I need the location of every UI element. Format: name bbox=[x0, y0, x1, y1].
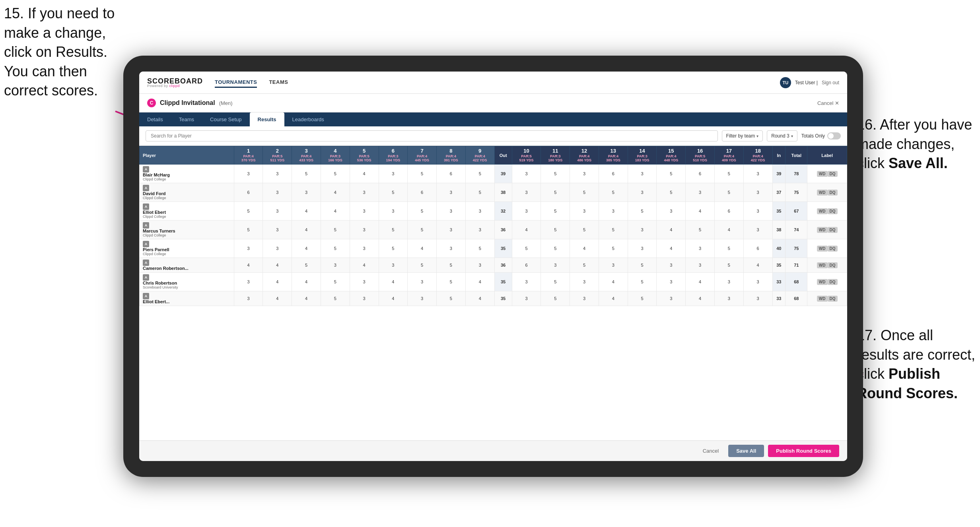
hole-16-score[interactable]: 5 bbox=[686, 221, 715, 239]
hole-15-score[interactable]: 4 bbox=[657, 221, 686, 239]
hole-14-score[interactable]: 5 bbox=[628, 202, 657, 221]
hole-8-score[interactable]: 3 bbox=[437, 239, 466, 258]
hole-17-score[interactable]: 5 bbox=[715, 183, 744, 202]
hole-6-score[interactable]: 5 bbox=[379, 239, 408, 258]
hole-7-score[interactable]: 6 bbox=[408, 183, 437, 202]
hole-11-score[interactable]: 3 bbox=[541, 258, 570, 273]
hole-13-score[interactable]: 6 bbox=[599, 165, 628, 183]
hole-6-score[interactable]: 3 bbox=[379, 258, 408, 273]
hole-9-score[interactable]: 3 bbox=[465, 258, 494, 273]
hole-8-score[interactable]: 5 bbox=[437, 258, 466, 273]
hole-4-score[interactable]: 4 bbox=[321, 183, 350, 202]
publish-round-scores-button[interactable]: Publish Round Scores bbox=[768, 445, 839, 457]
tab-results[interactable]: Results bbox=[250, 112, 284, 126]
hole-1-score[interactable]: 5 bbox=[234, 221, 263, 239]
hole-14-score[interactable]: 3 bbox=[628, 165, 657, 183]
hole-18-score[interactable]: 3 bbox=[743, 221, 772, 239]
hole-15-score[interactable]: 4 bbox=[657, 239, 686, 258]
hole-12-score[interactable]: 5 bbox=[570, 183, 599, 202]
hole-9-score[interactable]: 5 bbox=[465, 165, 494, 183]
wd-button[interactable]: WD bbox=[817, 296, 828, 302]
wd-button[interactable]: WD bbox=[817, 246, 828, 252]
hole-4-score[interactable]: 5 bbox=[321, 273, 350, 291]
hole-10-score[interactable]: 6 bbox=[512, 258, 541, 273]
wd-button[interactable]: WD bbox=[817, 208, 828, 214]
wd-button[interactable]: WD bbox=[817, 227, 828, 233]
hole-18-score[interactable]: 4 bbox=[743, 258, 772, 273]
hole-17-score[interactable]: 3 bbox=[715, 291, 744, 306]
hole-17-score[interactable]: 3 bbox=[715, 273, 744, 291]
hole-3-score[interactable]: 5 bbox=[292, 165, 321, 183]
hole-2-score[interactable]: 3 bbox=[263, 221, 292, 239]
hole-11-score[interactable]: 5 bbox=[541, 183, 570, 202]
hole-13-score[interactable]: 3 bbox=[599, 258, 628, 273]
filter-by-team-dropdown[interactable]: Filter by team ▾ bbox=[722, 130, 763, 141]
hole-1-score[interactable]: 3 bbox=[234, 273, 263, 291]
hole-1-score[interactable]: 3 bbox=[234, 239, 263, 258]
hole-12-score[interactable]: 3 bbox=[570, 291, 599, 306]
hole-13-score[interactable]: 3 bbox=[599, 202, 628, 221]
hole-13-score[interactable]: 5 bbox=[599, 239, 628, 258]
hole-13-score[interactable]: 4 bbox=[599, 273, 628, 291]
tab-leaderboards[interactable]: Leaderboards bbox=[284, 112, 332, 126]
hole-9-score[interactable]: 3 bbox=[465, 202, 494, 221]
hole-16-score[interactable]: 4 bbox=[686, 291, 715, 306]
hole-12-score[interactable]: 4 bbox=[570, 239, 599, 258]
hole-18-score[interactable]: 3 bbox=[743, 291, 772, 306]
hole-4-score[interactable]: 5 bbox=[321, 291, 350, 306]
hole-7-score[interactable]: 4 bbox=[408, 239, 437, 258]
hole-14-score[interactable]: 5 bbox=[628, 258, 657, 273]
hole-2-score[interactable]: 3 bbox=[263, 183, 292, 202]
hole-11-score[interactable]: 5 bbox=[541, 221, 570, 239]
hole-17-score[interactable]: 5 bbox=[715, 258, 744, 273]
hole-1-score[interactable]: 5 bbox=[234, 202, 263, 221]
hole-6-score[interactable]: 5 bbox=[379, 221, 408, 239]
hole-15-score[interactable]: 3 bbox=[657, 258, 686, 273]
hole-14-score[interactable]: 3 bbox=[628, 239, 657, 258]
hole-3-score[interactable]: 4 bbox=[292, 202, 321, 221]
hole-6-score[interactable]: 4 bbox=[379, 291, 408, 306]
hole-3-score[interactable]: 4 bbox=[292, 239, 321, 258]
hole-1-score[interactable]: 3 bbox=[234, 165, 263, 183]
hole-2-score[interactable]: 4 bbox=[263, 273, 292, 291]
hole-16-score[interactable]: 3 bbox=[686, 183, 715, 202]
hole-7-score[interactable]: 5 bbox=[408, 165, 437, 183]
hole-10-score[interactable]: 5 bbox=[512, 239, 541, 258]
signout-link[interactable]: Sign out bbox=[822, 80, 839, 85]
hole-18-score[interactable]: 3 bbox=[743, 165, 772, 183]
hole-15-score[interactable]: 5 bbox=[657, 183, 686, 202]
save-all-button[interactable]: Save All bbox=[728, 445, 764, 457]
wd-button[interactable]: WD bbox=[817, 262, 828, 268]
hole-9-score[interactable]: 5 bbox=[465, 183, 494, 202]
hole-11-score[interactable]: 5 bbox=[541, 273, 570, 291]
hole-3-score[interactable]: 4 bbox=[292, 291, 321, 306]
hole-11-score[interactable]: 5 bbox=[541, 291, 570, 306]
hole-3-score[interactable]: 4 bbox=[292, 221, 321, 239]
search-input[interactable] bbox=[146, 130, 718, 141]
tab-details[interactable]: Details bbox=[139, 112, 171, 126]
round-dropdown[interactable]: Round 3 ▾ bbox=[767, 130, 797, 141]
hole-14-score[interactable]: 5 bbox=[628, 273, 657, 291]
hole-16-score[interactable]: 6 bbox=[686, 165, 715, 183]
hole-3-score[interactable]: 4 bbox=[292, 273, 321, 291]
hole-16-score[interactable]: 3 bbox=[686, 239, 715, 258]
hole-10-score[interactable]: 3 bbox=[512, 202, 541, 221]
hole-7-score[interactable]: 5 bbox=[408, 202, 437, 221]
hole-8-score[interactable]: 5 bbox=[437, 291, 466, 306]
hole-6-score[interactable]: 3 bbox=[379, 202, 408, 221]
hole-4-score[interactable]: 5 bbox=[321, 221, 350, 239]
hole-18-score[interactable]: 3 bbox=[743, 273, 772, 291]
dq-button[interactable]: DQ bbox=[828, 296, 838, 302]
hole-15-score[interactable]: 3 bbox=[657, 291, 686, 306]
hole-5-score[interactable]: 3 bbox=[350, 202, 379, 221]
hole-10-score[interactable]: 3 bbox=[512, 273, 541, 291]
toggle-switch[interactable] bbox=[827, 132, 841, 140]
hole-9-score[interactable]: 3 bbox=[465, 221, 494, 239]
hole-4-score[interactable]: 5 bbox=[321, 165, 350, 183]
hole-5-score[interactable]: 3 bbox=[350, 291, 379, 306]
hole-2-score[interactable]: 4 bbox=[263, 258, 292, 273]
cancel-tournament-btn[interactable]: Cancel ✕ bbox=[817, 100, 839, 106]
tab-teams[interactable]: Teams bbox=[171, 112, 202, 126]
hole-4-score[interactable]: 4 bbox=[321, 202, 350, 221]
hole-18-score[interactable]: 6 bbox=[743, 239, 772, 258]
